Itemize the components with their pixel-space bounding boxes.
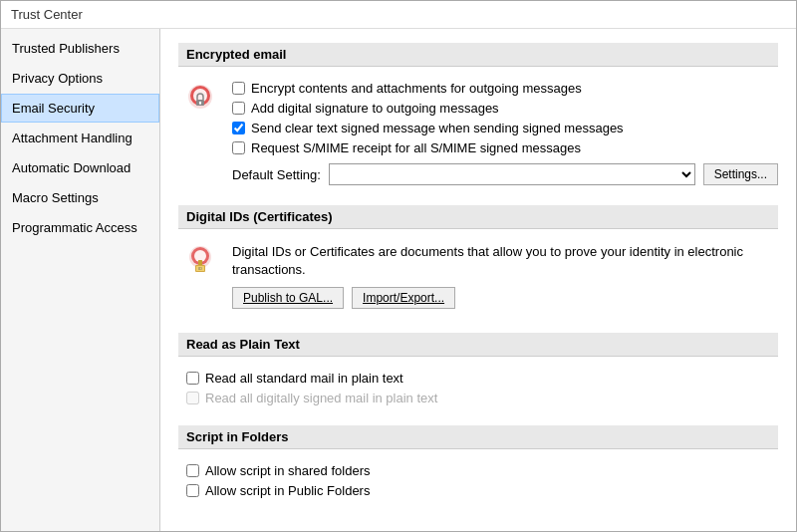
allow-public-checkbox[interactable] [186, 484, 199, 497]
read-digitally-signed-label: Read all digitally signed mail in plain … [205, 391, 437, 405]
default-setting-row: Default Setting: Settings... [186, 163, 778, 185]
read-standard-label: Read all standard mail in plain text [205, 371, 403, 386]
add-digital-sig-row: Add digital signature to outgoing messag… [232, 101, 778, 116]
script-in-folders-content: Allow script in shared folders Allow scr… [178, 459, 778, 502]
read-plain-text-section: Read as Plain Text Read all standard mai… [178, 333, 778, 409]
encrypted-email-content: Encrypt contents and attachments for out… [178, 77, 778, 189]
lock-icon [186, 83, 222, 119]
encrypt-contents-label: Encrypt contents and attachments for out… [251, 81, 582, 96]
request-smime-label: Request S/MIME receipt for all S/MIME si… [251, 140, 581, 155]
main-content: Trusted Publishers Privacy Options Email… [1, 29, 796, 531]
sidebar-item-privacy-options[interactable]: Privacy Options [1, 64, 159, 93]
digital-ids-section: Digital IDs (Certificates) ID Digital ID… [178, 205, 778, 317]
read-plain-text-content: Read all standard mail in plain text Rea… [178, 367, 778, 409]
digital-ids-description: Digital IDs or Certificates are document… [232, 243, 778, 279]
import-export-button[interactable]: Import/Export... [352, 287, 455, 309]
certificate-icon: ID [186, 243, 222, 279]
svg-rect-5 [199, 103, 200, 105]
script-in-folders-section: Script in Folders Allow script in shared… [178, 425, 778, 502]
sidebar-item-email-security[interactable]: Email Security [1, 94, 159, 123]
request-smime-checkbox[interactable] [232, 141, 245, 154]
read-standard-row: Read all standard mail in plain text [186, 371, 778, 386]
add-digital-sig-checkbox[interactable] [232, 102, 245, 115]
main-panel: Encrypted email [160, 29, 796, 531]
send-clear-text-label: Send clear text signed message when send… [251, 121, 624, 135]
encrypt-contents-row: Encrypt contents and attachments for out… [232, 81, 778, 96]
allow-shared-row: Allow script in shared folders [186, 463, 778, 478]
window-title: Trust Center [11, 7, 83, 22]
allow-public-label: Allow script in Public Folders [205, 483, 370, 498]
title-bar: Trust Center [1, 1, 796, 29]
sidebar-item-macro-settings[interactable]: Macro Settings [1, 183, 159, 212]
digital-ids-buttons: Publish to GAL... Import/Export... [232, 287, 778, 309]
encrypted-email-header: Encrypted email [178, 43, 778, 67]
script-in-folders-header: Script in Folders [178, 425, 778, 449]
publish-to-gal-button[interactable]: Publish to GAL... [232, 287, 344, 309]
read-plain-text-header: Read as Plain Text [178, 333, 778, 357]
default-setting-label: Default Setting: [232, 167, 321, 182]
default-setting-select[interactable] [329, 163, 695, 185]
trust-center-window: Trust Center Trusted Publishers Privacy … [0, 0, 797, 532]
sidebar: Trusted Publishers Privacy Options Email… [1, 29, 160, 531]
encrypted-email-row: Encrypt contents and attachments for out… [186, 81, 778, 155]
read-standard-checkbox[interactable] [186, 372, 199, 385]
digital-ids-right: Digital IDs or Certificates are document… [232, 243, 778, 309]
request-smime-row: Request S/MIME receipt for all S/MIME si… [232, 140, 778, 155]
read-digitally-signed-row: Read all digitally signed mail in plain … [186, 391, 778, 405]
send-clear-text-checkbox[interactable] [232, 122, 245, 134]
sidebar-item-programmatic-access[interactable]: Programmatic Access [1, 213, 159, 242]
encrypted-email-checkboxes: Encrypt contents and attachments for out… [232, 81, 778, 155]
sidebar-item-trusted-publishers[interactable]: Trusted Publishers [1, 34, 159, 63]
encrypted-email-section: Encrypted email [178, 43, 778, 189]
digital-ids-header: Digital IDs (Certificates) [178, 205, 778, 229]
digital-ids-content: ID Digital IDs or Certificates are docum… [178, 239, 778, 317]
send-clear-text-row: Send clear text signed message when send… [232, 121, 778, 135]
svg-rect-12 [198, 260, 202, 265]
read-digitally-signed-checkbox[interactable] [186, 392, 199, 404]
allow-shared-checkbox[interactable] [186, 464, 199, 477]
svg-text:ID: ID [198, 266, 202, 271]
allow-shared-label: Allow script in shared folders [205, 463, 370, 478]
encrypt-contents-checkbox[interactable] [232, 82, 245, 95]
add-digital-sig-label: Add digital signature to outgoing messag… [251, 101, 499, 116]
sidebar-item-automatic-download[interactable]: Automatic Download [1, 153, 159, 182]
settings-button[interactable]: Settings... [703, 163, 778, 185]
allow-public-row: Allow script in Public Folders [186, 483, 778, 498]
sidebar-item-attachment-handling[interactable]: Attachment Handling [1, 124, 159, 152]
